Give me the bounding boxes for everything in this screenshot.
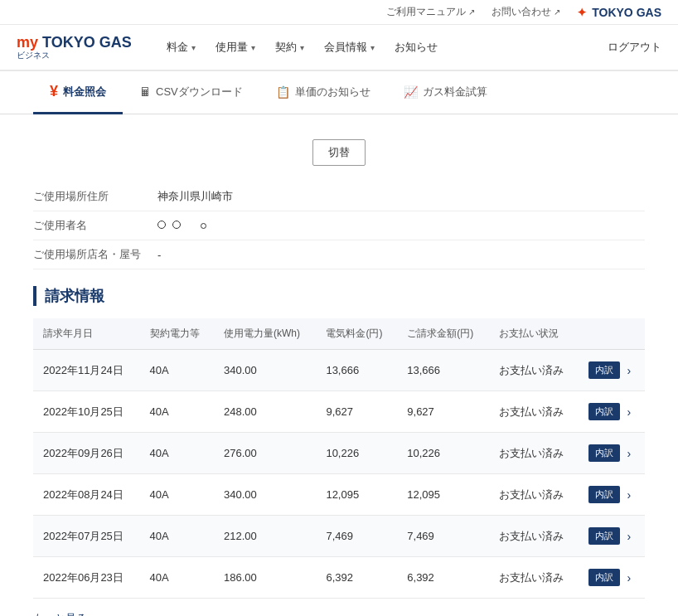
billing-table: 請求年月日 契約電力等 使用電力量(kWh) 電気料金(円) ご請求金額(円) … (33, 318, 645, 599)
cell-contract: 40A (140, 557, 214, 599)
circle-icon (172, 221, 181, 229)
col-header-electric-fee: 電気料金(円) (316, 318, 397, 350)
detail-button[interactable]: 内訳 (588, 444, 620, 462)
cell-request-amount: 6,392 (397, 557, 489, 599)
cell-status: お支払い済み (489, 474, 579, 516)
nav-item-ryokin[interactable]: 料金 ▾ (157, 25, 206, 70)
info-value-address: 神奈川県川崎市 (157, 189, 233, 204)
info-value-store: - (157, 249, 161, 261)
info-value-user (157, 218, 210, 233)
table-row: 2022年08月24日 40A 340.00 12,095 12,095 お支払… (33, 474, 645, 516)
detail-button[interactable]: 内訳 (588, 486, 620, 503)
detail-button[interactable]: 内訳 (588, 403, 620, 420)
table-row: 2022年06月23日 40A 186.00 6,392 6,392 お支払い済… (33, 557, 645, 599)
detail-button[interactable]: 内訳 (588, 527, 620, 545)
chevron-down-icon: ▾ (300, 43, 304, 52)
csv-icon: 🖩 (139, 85, 151, 99)
more-link[interactable]: もっと見る ▾ (33, 611, 645, 616)
cell-electric-fee: 12,095 (316, 474, 397, 516)
detail-button[interactable]: 内訳 (588, 569, 620, 586)
manual-link[interactable]: ご利用マニュアル (386, 5, 475, 19)
t-mark-icon: ✦ (577, 6, 587, 19)
cell-request-amount: 9,627 (397, 391, 489, 433)
cell-request-amount: 7,469 (397, 516, 489, 557)
tab-area: ¥ 料金照会 🖩 CSVダウンロード 📋 単価のお知らせ 📈 ガス料金試算 (0, 71, 678, 114)
detail-button[interactable]: 内訳 (588, 361, 620, 379)
brand-logo: ✦ TOKYO GAS (577, 6, 661, 19)
logout-button[interactable]: ログアウト (591, 25, 661, 70)
cell-request-amount: 10,226 (397, 433, 489, 474)
cell-status: お支払い済み (489, 516, 579, 557)
chevron-down-icon: ▾ (191, 43, 196, 52)
chevron-right-icon[interactable]: › (627, 447, 631, 460)
cell-date: 2022年08月24日 (33, 474, 140, 516)
cell-request-amount: 12,095 (397, 474, 489, 516)
gas-calc-icon: 📈 (404, 85, 418, 99)
cell-date: 2022年10月25日 (33, 391, 140, 433)
logo-my-text: my (17, 34, 38, 51)
cell-detail: 内訳 › (579, 350, 645, 391)
cell-detail: 内訳 › (579, 516, 645, 557)
cell-date: 2022年11月24日 (33, 350, 140, 391)
circle-icon (157, 221, 166, 229)
chevron-right-icon[interactable]: › (627, 571, 631, 584)
cell-status: お支払い済み (489, 350, 579, 391)
tab-gas-calc[interactable]: 📈 ガス料金試算 (387, 71, 504, 114)
main-nav: my TOKYO GAS ビジネス 料金 ▾ 使用量 ▾ 契約 ▾ 会員情報 ▾… (0, 25, 678, 71)
brand-name: TOKYO GAS (592, 6, 661, 19)
cell-usage: 186.00 (214, 557, 316, 599)
cell-usage: 340.00 (214, 350, 316, 391)
table-row: 2022年09月26日 40A 276.00 10,226 10,226 お支払… (33, 433, 645, 474)
main-content: 切替 ご使用場所住所 神奈川県川崎市 ご使用者名 ご使用場所店名・屋号 - 請求… (0, 114, 678, 616)
nav-items: 料金 ▾ 使用量 ▾ 契約 ▾ 会員情報 ▾ お知らせ ログアウト (157, 25, 661, 70)
table-row: 2022年07月25日 40A 212.00 7,469 7,469 お支払い済… (33, 516, 645, 557)
cell-detail: 内訳 › (579, 557, 645, 599)
cell-detail: 内訳 › (579, 474, 645, 516)
cell-request-amount: 13,666 (397, 350, 489, 391)
cell-detail: 内訳 › (579, 391, 645, 433)
cell-usage: 212.00 (214, 516, 316, 557)
cell-contract: 40A (140, 391, 214, 433)
cell-electric-fee: 7,469 (316, 516, 397, 557)
cell-electric-fee: 9,627 (316, 391, 397, 433)
cell-usage: 248.00 (214, 391, 316, 433)
cell-contract: 40A (140, 474, 214, 516)
cell-electric-fee: 6,392 (316, 557, 397, 599)
tab-billing[interactable]: ¥ 料金照会 (33, 71, 123, 114)
logo-my: my TOKYO GAS (17, 34, 132, 51)
tab-csv[interactable]: 🖩 CSVダウンロード (123, 71, 259, 114)
cell-date: 2022年06月23日 (33, 557, 140, 599)
col-header-contract: 契約電力等 (140, 318, 214, 350)
cell-usage: 340.00 (214, 474, 316, 516)
chevron-right-icon[interactable]: › (627, 364, 631, 377)
chevron-right-icon[interactable]: › (627, 405, 631, 419)
nav-item-shiyoryo[interactable]: 使用量 ▾ (206, 25, 265, 70)
col-header-action (579, 318, 645, 350)
contact-link[interactable]: お問い合わせ (492, 5, 560, 19)
logo-area: my TOKYO GAS ビジネス (17, 26, 132, 70)
chevron-down-icon: ▾ (251, 43, 255, 52)
cell-electric-fee: 10,226 (316, 433, 397, 474)
nav-item-kaiin[interactable]: 会員情報 ▾ (314, 25, 385, 70)
col-header-request-amount: ご請求金額(円) (397, 318, 489, 350)
col-header-usage: 使用電力量(kWh) (214, 318, 316, 350)
chevron-right-icon[interactable]: › (627, 488, 631, 502)
nav-item-oshirase[interactable]: お知らせ (385, 25, 448, 70)
info-row-user: ご使用者名 (33, 211, 645, 240)
cell-contract: 40A (140, 516, 214, 557)
cell-date: 2022年09月26日 (33, 433, 140, 474)
chevron-down-icon: ▾ (90, 613, 96, 617)
cell-contract: 40A (140, 433, 214, 474)
tab-unit-price[interactable]: 📋 単価のお知らせ (259, 71, 387, 114)
cell-usage: 276.00 (214, 433, 316, 474)
table-row: 2022年10月25日 40A 248.00 9,627 9,627 お支払い済… (33, 391, 645, 433)
top-bar: ご利用マニュアル お問い合わせ ✦ TOKYO GAS (0, 0, 678, 25)
cell-detail: 内訳 › (579, 433, 645, 474)
unit-price-icon: 📋 (276, 85, 290, 99)
nav-item-keiyaku[interactable]: 契約 ▾ (265, 25, 314, 70)
cell-status: お支払い済み (489, 391, 579, 433)
logo-business: ビジネス (17, 50, 132, 61)
col-header-date: 請求年月日 (33, 318, 140, 350)
switch-button[interactable]: 切替 (312, 139, 366, 166)
chevron-right-icon[interactable]: › (627, 530, 631, 543)
